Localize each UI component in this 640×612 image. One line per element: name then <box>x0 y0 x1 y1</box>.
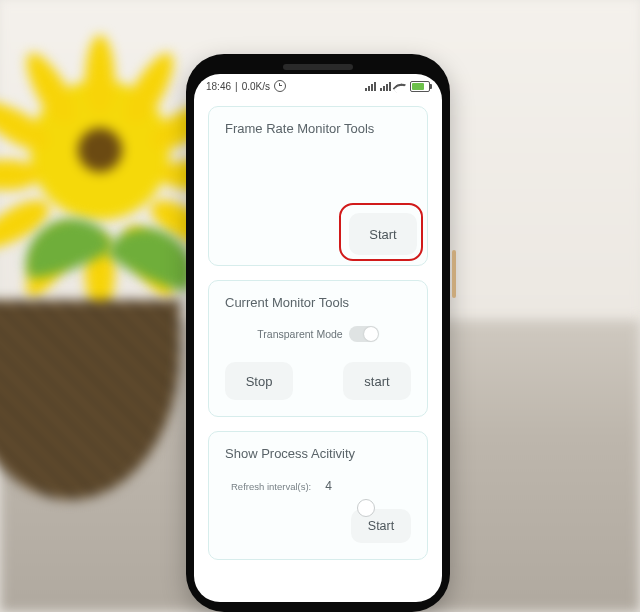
app-content: Frame Rate Monitor Tools Start Current M… <box>194 96 442 560</box>
card-title: Current Monitor Tools <box>225 295 411 310</box>
speaker-slot <box>283 64 353 70</box>
status-bar: 18:46 | 0.0K/s <box>194 74 442 96</box>
start-button-label: Start <box>368 519 394 533</box>
start-button[interactable]: Start <box>349 213 417 255</box>
status-time: 18:46 <box>206 81 231 92</box>
stop-button-label: Stop <box>246 374 273 389</box>
status-netspeed: 0.0K/s <box>242 81 270 92</box>
card-title: Frame Rate Monitor Tools <box>225 121 411 136</box>
card-process-activity: Show Process Acitivity Refresh interval(… <box>208 431 428 560</box>
refresh-interval-label: Refresh interval(s): <box>231 481 311 492</box>
loading-ring-icon <box>357 499 375 517</box>
card-title: Show Process Acitivity <box>225 446 411 461</box>
signal-icon <box>365 82 376 91</box>
start-button[interactable]: start <box>343 362 411 400</box>
sunflower-decor <box>0 30 210 260</box>
start-button[interactable]: Start <box>351 509 411 543</box>
power-button-physical <box>452 250 456 298</box>
button-row: Stop start <box>225 362 411 400</box>
status-bar-right <box>365 81 430 92</box>
button-row: Start <box>225 509 411 543</box>
status-bar-left: 18:46 | 0.0K/s <box>206 80 286 92</box>
transparent-mode-toggle[interactable] <box>349 326 379 342</box>
scene-root: 18:46 | 0.0K/s Frame Rate Monitor Tools <box>0 0 640 612</box>
battery-icon <box>410 81 430 92</box>
transparent-mode-label: Transparent Mode <box>257 328 342 340</box>
alarm-icon <box>274 80 286 92</box>
signal-icon <box>380 82 391 91</box>
refresh-interval-value[interactable]: 4 <box>325 479 332 493</box>
stop-button[interactable]: Stop <box>225 362 293 400</box>
status-divider: | <box>235 81 238 92</box>
refresh-interval-row: Refresh interval(s): 4 <box>231 479 411 493</box>
transparent-mode-row: Transparent Mode <box>225 326 411 342</box>
wifi-icon <box>395 82 406 90</box>
phone-frame: 18:46 | 0.0K/s Frame Rate Monitor Tools <box>186 54 450 612</box>
phone-screen: 18:46 | 0.0K/s Frame Rate Monitor Tools <box>194 74 442 602</box>
card-current-monitor: Current Monitor Tools Transparent Mode S… <box>208 280 428 417</box>
card-frame-rate-monitor: Frame Rate Monitor Tools Start <box>208 106 428 266</box>
start-button-label: start <box>364 374 389 389</box>
start-button-label: Start <box>369 227 396 242</box>
